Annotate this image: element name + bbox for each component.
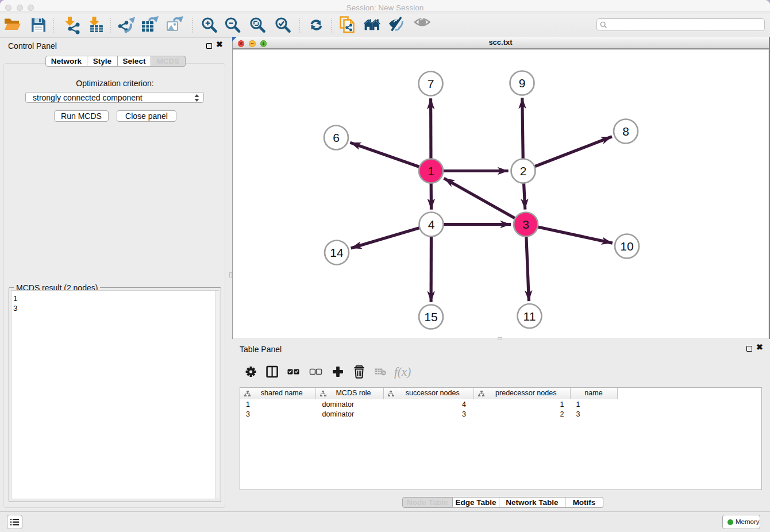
svg-text:6: 6 bbox=[333, 131, 340, 144]
svg-text:11: 11 bbox=[523, 310, 536, 323]
svg-text:2: 2 bbox=[520, 164, 527, 178]
svg-text:9: 9 bbox=[519, 76, 526, 90]
svg-text:1: 1 bbox=[428, 164, 434, 178]
svg-text:4: 4 bbox=[428, 218, 435, 231]
svg-text:14: 14 bbox=[330, 246, 344, 259]
svg-text:7: 7 bbox=[428, 77, 434, 90]
svg-text:8: 8 bbox=[622, 125, 629, 138]
svg-text:f(x): f(x) bbox=[394, 365, 411, 379]
svg-text:3: 3 bbox=[522, 218, 529, 231]
svg-text:10: 10 bbox=[620, 240, 633, 253]
svg-text:15: 15 bbox=[424, 310, 437, 323]
